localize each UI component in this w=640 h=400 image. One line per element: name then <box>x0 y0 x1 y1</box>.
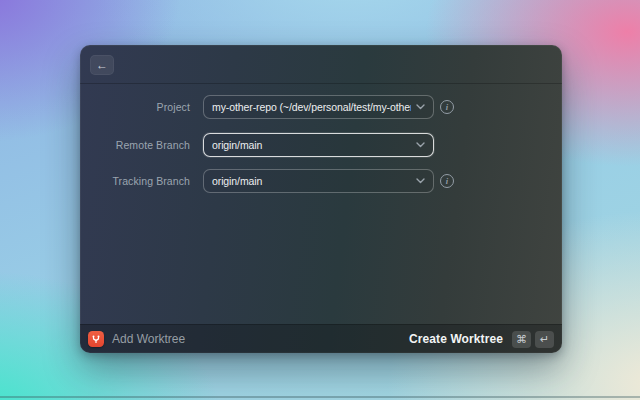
back-icon: ← <box>96 59 108 71</box>
info-icon-glyph: i <box>446 177 448 186</box>
info-icon-glyph: i <box>446 103 448 112</box>
return-key-icon: ↵ <box>535 331 554 348</box>
tracking-branch-label: Tracking Branch <box>80 169 190 193</box>
dialog-header: ← <box>80 45 562 84</box>
remote-branch-select-value: origin/main <box>212 139 411 151</box>
footer-title: Add Worktree <box>112 332 409 346</box>
screen-bottom-edge <box>0 396 640 398</box>
project-select-value: my-other-repo (~/dev/personal/test/my-ot… <box>212 101 411 113</box>
command-key-icon: ⌘ <box>512 331 531 348</box>
desktop-background: ← Project my-other-repo (~/dev/personal/… <box>0 0 640 400</box>
create-worktree-label: Create Worktree <box>409 332 503 346</box>
info-icon[interactable]: i <box>440 100 454 114</box>
chevron-down-icon <box>415 176 425 186</box>
chevron-down-icon <box>415 140 425 150</box>
add-worktree-dialog: ← Project my-other-repo (~/dev/personal/… <box>80 45 562 353</box>
back-button[interactable]: ← <box>90 55 114 75</box>
tracking-branch-select-value: origin/main <box>212 175 411 187</box>
form-row-tracking-branch: Tracking Branch origin/main i <box>80 169 562 193</box>
project-label: Project <box>80 95 190 119</box>
project-select[interactable]: my-other-repo (~/dev/personal/test/my-ot… <box>203 95 434 119</box>
worktree-branch-icon <box>88 331 104 347</box>
remote-branch-select[interactable]: origin/main <box>203 133 434 157</box>
form-row-project: Project my-other-repo (~/dev/personal/te… <box>80 95 562 119</box>
dialog-footer: Add Worktree Create Worktree ⌘ ↵ <box>80 324 562 353</box>
create-worktree-button[interactable]: Create Worktree ⌘ ↵ <box>409 331 554 348</box>
info-icon[interactable]: i <box>440 174 454 188</box>
remote-branch-label: Remote Branch <box>80 133 190 157</box>
form-row-remote-branch: Remote Branch origin/main <box>80 133 562 157</box>
chevron-down-icon <box>415 102 425 112</box>
tracking-branch-select[interactable]: origin/main <box>203 169 434 193</box>
